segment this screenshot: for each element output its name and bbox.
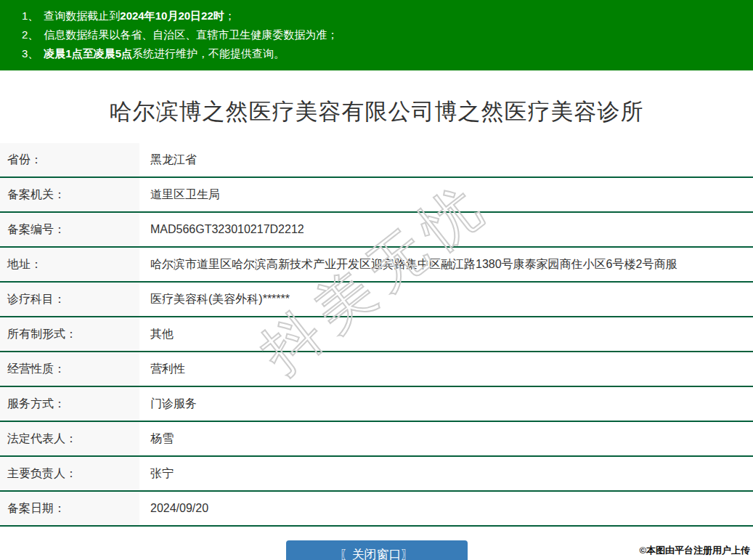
row-label: 备案机关：	[0, 178, 139, 211]
row-value: MAD566GT323010217D2212	[139, 213, 753, 246]
row-label: 主要负责人：	[0, 457, 139, 490]
row-ownership-form: 所有制形式： 其他	[0, 317, 753, 352]
notice-line-2: 2、信息数据结果以各省、自治区、直辖市卫生健康委数据为准；	[22, 25, 746, 44]
notice-text: 系统进行维护，不能提供查询。	[132, 47, 285, 60]
close-window-button[interactable]: 〖关闭窗口〗	[286, 540, 468, 560]
row-value: 2024/09/20	[139, 492, 753, 525]
notice-number: 3、	[22, 47, 38, 60]
row-label: 服务方式：	[0, 387, 139, 421]
row-legal-representative: 法定代表人： 杨雪	[0, 422, 753, 457]
notice-text: ；	[224, 9, 235, 22]
row-value: 医疗美容科(美容外科)******	[139, 283, 753, 316]
row-service-mode: 服务方式： 门诊服务	[0, 387, 753, 422]
row-value: 门诊服务	[139, 387, 753, 421]
row-medical-departments: 诊疗科目： 医疗美容科(美容外科)******	[0, 283, 753, 317]
row-value: 其他	[139, 317, 753, 351]
row-label: 备案编号：	[0, 213, 139, 246]
row-principal: 主要负责人： 张宁	[0, 457, 753, 492]
notice-text-bold: 凌晨1点至凌晨5点	[44, 47, 132, 60]
row-label: 备案日期：	[0, 492, 139, 525]
notice-text: 查询数据截止到	[44, 9, 120, 22]
row-value: 道里区卫生局	[139, 178, 753, 211]
row-label: 省份：	[0, 143, 139, 176]
notice-text: 信息数据结果以各省、自治区、直辖市卫生健康委数据为准；	[44, 28, 338, 41]
row-label: 诊疗科目：	[0, 283, 139, 316]
institution-info-table: 省份： 黑龙江省 备案机关： 道里区卫生局 备案编号： MAD566GT3230…	[0, 143, 753, 527]
row-filing-number: 备案编号： MAD566GT323010217D2212	[0, 213, 753, 248]
notice-number: 2、	[22, 28, 38, 41]
row-value: 杨雪	[139, 422, 753, 455]
row-filing-date: 备案日期： 2024/09/20	[0, 492, 753, 527]
notice-line-3: 3、凌晨1点至凌晨5点系统进行维护，不能提供查询。	[22, 44, 746, 63]
row-operating-nature: 经营性质： 营利性	[0, 352, 753, 387]
notice-text-bold: 2024年10月20日22时	[120, 9, 224, 22]
row-value: 张宁	[139, 457, 753, 490]
row-label: 法定代表人：	[0, 422, 139, 455]
row-value: 哈尔滨市道里区哈尔滨高新技术产业开发区迎宾路集中区融江路1380号康泰家园商住小…	[139, 248, 753, 281]
row-address: 地址： 哈尔滨市道里区哈尔滨高新技术产业开发区迎宾路集中区融江路1380号康泰家…	[0, 248, 753, 283]
notice-line-1: 1、查询数据截止到2024年10月20日22时；	[22, 7, 746, 25]
row-label: 所有制形式：	[0, 317, 139, 351]
copyright-stamp: ©本图由平台注册用户上传	[639, 544, 750, 557]
row-province: 省份： 黑龙江省	[0, 143, 753, 178]
notice-number: 1、	[22, 9, 38, 22]
row-filing-authority: 备案机关： 道里区卫生局	[0, 178, 753, 213]
page-title: 哈尔滨博之然医疗美容有限公司博之然医疗美容诊所	[0, 97, 753, 127]
notice-banner: 1、查询数据截止到2024年10月20日22时； 2、信息数据结果以各省、自治区…	[0, 0, 753, 70]
row-label: 经营性质：	[0, 352, 139, 386]
row-label: 地址：	[0, 248, 139, 281]
row-value: 营利性	[139, 352, 753, 386]
row-value: 黑龙江省	[139, 143, 753, 176]
